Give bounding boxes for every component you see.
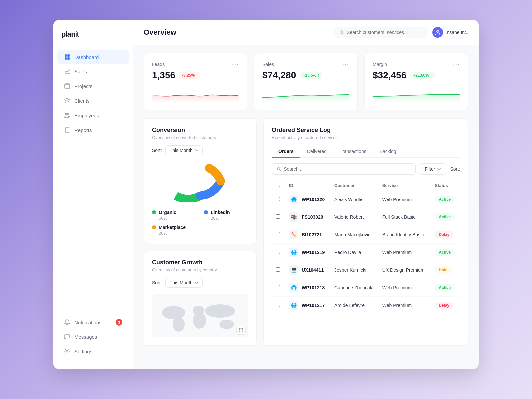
- linkedin-dot: [204, 210, 208, 214]
- table-search-input[interactable]: [284, 166, 411, 172]
- row-status: Hold: [431, 261, 460, 279]
- sidebar-item-dashboard[interactable]: Dashboard: [57, 50, 129, 64]
- customer-growth-title: Customer Growth: [152, 259, 248, 266]
- row-checkbox[interactable]: [272, 261, 285, 279]
- svg-rect-0: [65, 54, 67, 57]
- search-bar[interactable]: [334, 27, 427, 38]
- messages-label: Messages: [74, 334, 97, 340]
- expand-map-button[interactable]: [236, 326, 246, 335]
- svg-point-23: [219, 320, 234, 329]
- customer-growth-sort-value: This Month: [170, 280, 193, 285]
- legend-organic: Organic 60%: [152, 210, 196, 221]
- svg-point-18: [162, 306, 185, 319]
- svg-point-19: [173, 317, 185, 332]
- row-checkbox[interactable]: [272, 208, 285, 226]
- order-log-panel: Ordered Service Log Recent activity of o…: [263, 118, 468, 346]
- sidebar-item-label: Clients: [74, 98, 90, 104]
- search-icon: [277, 167, 281, 171]
- row-customer: Pedro Dávila: [331, 244, 378, 261]
- sidebar-item-clients[interactable]: Clients: [57, 94, 129, 108]
- svg-line-16: [342, 33, 343, 34]
- row-customer: Arolde Lefevre: [331, 297, 378, 314]
- leads-more-button[interactable]: ···: [232, 61, 239, 67]
- sales-more-button[interactable]: ···: [342, 61, 349, 67]
- status-badge: Active: [435, 213, 455, 221]
- table-row: 🌐 WP101218 Candace Zboncak Web Premium A…: [272, 279, 460, 297]
- order-id: UX104411: [302, 267, 324, 273]
- stat-card-margin: Margin ··· $32,456 +21.66% ↑: [364, 53, 468, 110]
- table-row: 🌐 WP101220 Alexis Windler Web Premium Ac…: [272, 191, 460, 208]
- row-select-checkbox[interactable]: [276, 250, 280, 254]
- sidebar-item-messages[interactable]: Messages: [57, 330, 129, 344]
- svg-point-6: [65, 99, 66, 100]
- stat-card-sales: Sales ··· $74,280 +15.6% ↑: [254, 53, 358, 110]
- sidebar-item-reports[interactable]: Reports: [57, 123, 129, 137]
- row-select-checkbox[interactable]: [276, 267, 280, 272]
- stat-badge-sales: +15.6% ↑: [300, 72, 322, 79]
- sidebar-item-settings[interactable]: Settings: [57, 344, 129, 358]
- status-badge: Delay: [435, 302, 453, 309]
- sidebar-item-employees[interactable]: Employees: [57, 108, 129, 122]
- row-checkbox[interactable]: [272, 297, 285, 314]
- row-status: Active: [431, 191, 460, 208]
- tab-transactions[interactable]: Transactions: [333, 145, 373, 158]
- customer-growth-sort-label: Sort:: [152, 280, 162, 285]
- table-search-bar[interactable]: [272, 163, 416, 175]
- sidebar-item-label: Sales: [74, 69, 87, 74]
- svg-point-7: [68, 99, 70, 100]
- sidebar-item-projects[interactable]: Projects: [57, 79, 129, 93]
- row-select-checkbox[interactable]: [276, 214, 280, 219]
- orders-table: ID Customer Service Status 🌐 WP101220: [272, 180, 460, 314]
- sidebar-bottom: Notifications 3 Messages Se: [53, 309, 133, 359]
- linkedin-pct: 20%: [211, 216, 248, 221]
- conversion-sort-select[interactable]: This Month: [165, 145, 203, 155]
- row-checkbox[interactable]: [272, 279, 285, 297]
- sidebar-item-sales[interactable]: Sales: [57, 65, 129, 78]
- legend-linkedin: Linkedin 20%: [204, 210, 248, 221]
- sidebar-item-label: Dashboard: [74, 54, 99, 60]
- row-checkbox[interactable]: [272, 226, 285, 244]
- row-checkbox[interactable]: [272, 191, 285, 208]
- row-customer: Alexis Windler: [331, 191, 378, 208]
- row-checkbox[interactable]: [272, 244, 285, 261]
- row-status: Active: [431, 244, 460, 261]
- row-service: UX Design Premium: [378, 261, 431, 279]
- main-content: Overview Insane Inc: [133, 20, 479, 369]
- row-id: 🌐 WP101218: [289, 283, 327, 292]
- table-sort-label: Sort:: [450, 166, 460, 172]
- tab-delivered[interactable]: Delivered: [300, 145, 333, 158]
- margin-more-button[interactable]: ···: [453, 61, 460, 67]
- search-input[interactable]: [347, 30, 421, 35]
- row-select-checkbox[interactable]: [276, 197, 280, 201]
- app-logo: planit: [53, 30, 133, 49]
- table-row: ✏️ BI102721 Mario Macejkovic Brand Ident…: [272, 226, 460, 244]
- employees-icon: [64, 112, 70, 119]
- customer-growth-subtitle: Overview of customers by country: [152, 267, 248, 272]
- status-badge: Active: [435, 284, 455, 291]
- chevron-down-icon: [437, 167, 441, 171]
- tab-orders[interactable]: Orders: [272, 145, 300, 158]
- customer-growth-sort-select[interactable]: This Month: [165, 278, 203, 288]
- select-all-checkbox[interactable]: [276, 183, 280, 187]
- clients-icon: [64, 97, 70, 104]
- content-area: Leads ··· 1,356 -3.25% ↓: [133, 45, 479, 369]
- marketplace-label: Marketplace: [159, 225, 186, 230]
- service-icon: 🌐: [289, 248, 298, 257]
- stat-value-leads: 1,356: [152, 70, 175, 81]
- legend-marketplace: Marketplace 20%: [152, 225, 196, 236]
- filter-button[interactable]: Filter: [420, 163, 446, 175]
- filter-label: Filter: [425, 166, 435, 172]
- row-status: Active: [431, 279, 460, 297]
- row-select-checkbox[interactable]: [276, 285, 280, 289]
- marketplace-dot: [152, 225, 156, 229]
- user-icon: [435, 29, 441, 35]
- row-select-checkbox[interactable]: [276, 232, 280, 236]
- stat-value-margin: $32,456: [373, 70, 406, 81]
- svg-point-9: [67, 113, 69, 115]
- linkedin-label: Linkedin: [211, 210, 230, 215]
- tab-backlog[interactable]: Backlog: [373, 145, 403, 158]
- sidebar-item-notifications[interactable]: Notifications 3: [57, 315, 129, 329]
- row-service: Web Premium: [378, 297, 431, 314]
- service-icon: 📚: [289, 212, 298, 222]
- row-select-checkbox[interactable]: [276, 303, 280, 307]
